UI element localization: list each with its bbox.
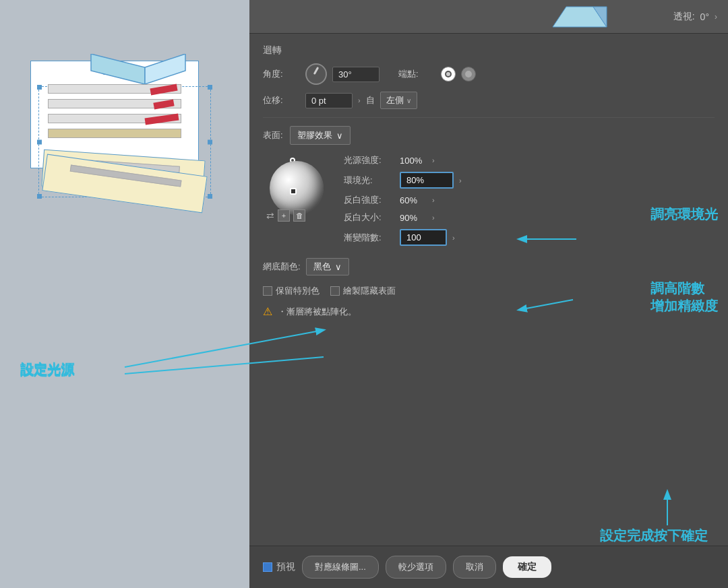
- warning-row: ⚠ ・漸層將被點陣化。: [263, 305, 715, 318]
- angle-input[interactable]: [332, 67, 380, 82]
- warning-icon: ⚠: [263, 305, 272, 318]
- surface-chevron-icon: ∨: [336, 131, 343, 141]
- ball-container: ⇄ + 🗑: [263, 154, 330, 222]
- card-accent-2: [154, 99, 175, 109]
- align-button[interactable]: 對應線條圖...: [302, 556, 379, 579]
- preview-label: 預視: [276, 561, 295, 573]
- preserve-special-label: 保留特別色: [276, 285, 320, 297]
- endpoint-flat-icon[interactable]: [461, 67, 476, 81]
- rotation-section-label: 迴轉: [263, 44, 715, 57]
- add-light-button[interactable]: +: [278, 209, 290, 222]
- 3d-shape-preview: [539, 3, 620, 30]
- preserve-special-checkbox[interactable]: [263, 286, 272, 296]
- button-bar: 預視 對應線條圖... 較少選項 取消 確定: [249, 546, 728, 588]
- net-color-dropdown[interactable]: 黑色 ∨: [306, 258, 349, 275]
- highlight-size-row: 反白大小: 90% ›: [344, 211, 715, 224]
- svg-point-5: [446, 72, 450, 76]
- card-accent-1: [150, 84, 178, 96]
- light-intensity-chevron-icon[interactable]: ›: [432, 156, 435, 164]
- svg-marker-0: [91, 54, 145, 84]
- highlight-intensity-label: 反白強度:: [344, 194, 394, 206]
- dialog-panel: 透視: 0° › 迴轉 角度: 端點: 位移: › 自: [249, 0, 728, 588]
- dialog-content: 迴轉 角度: 端點: 位移: › 自 左側 ∨: [249, 34, 728, 546]
- confirm-button[interactable]: 確定: [503, 556, 551, 578]
- arrows-icon[interactable]: ⇄: [266, 210, 274, 221]
- rotation-dial[interactable]: [305, 63, 327, 85]
- net-color-label: 網底顏色:: [263, 261, 301, 273]
- handle-ml[interactable]: [37, 139, 42, 144]
- perspective-chevron-icon[interactable]: ›: [715, 12, 717, 22]
- highlight-intensity-value: 60%: [400, 195, 427, 205]
- light-dot-black[interactable]: [290, 188, 297, 195]
- ambient-row: 環境光: ›: [344, 172, 715, 189]
- annotation-light-source: 設定光源: [20, 362, 74, 379]
- ambient-chevron-icon[interactable]: ›: [459, 176, 462, 185]
- handle-mr[interactable]: [208, 139, 212, 144]
- checkbox-row: 保留特別色 繪製隱藏表面: [263, 285, 715, 297]
- surface-value: 塑膠效果: [297, 129, 332, 141]
- card-accent-3: [145, 114, 179, 125]
- endpoint-label: 端點:: [398, 68, 435, 80]
- preview-item: 預視: [263, 561, 295, 573]
- preserve-special-item: 保留特別色: [263, 285, 320, 297]
- from-value: 左側: [386, 94, 404, 106]
- gradient-steps-chevron-icon[interactable]: ›: [452, 234, 455, 242]
- from-dropdown-chevron-icon: ∨: [406, 97, 411, 104]
- net-color-chevron-icon: ∨: [335, 262, 342, 272]
- gradient-steps-input[interactable]: [400, 229, 447, 246]
- params-area: 光源強度: 100% › 環境光: › 反白強度: 60% ›: [344, 154, 715, 251]
- svg-marker-1: [145, 54, 185, 84]
- endpoint-round-icon[interactable]: [441, 67, 456, 81]
- highlight-size-chevron-icon[interactable]: ›: [432, 214, 435, 222]
- surface-label: 表面:: [263, 129, 283, 141]
- light-intensity-value: 100%: [400, 156, 427, 166]
- from-dropdown[interactable]: 左側 ∨: [380, 92, 417, 109]
- illustration-area: 設定光源: [0, 0, 249, 588]
- preview-top: 透視: 0° ›: [249, 0, 728, 34]
- ambient-input[interactable]: [400, 172, 454, 189]
- angle-row: 角度: 端點:: [263, 63, 715, 85]
- light-area: ⇄ + 🗑 光源強度: 100% › 環境光: ›: [263, 154, 715, 251]
- highlight-intensity-row: 反白強度: 60% ›: [344, 194, 715, 206]
- ambient-label: 環境光:: [344, 174, 394, 187]
- light-intensity-row: 光源強度: 100% ›: [344, 154, 715, 166]
- net-color-row: 網底顏色: 黑色 ∨: [263, 258, 715, 275]
- 3d-ball: [270, 161, 324, 215]
- perspective-row: 透視: 0° ›: [673, 11, 717, 23]
- draw-hidden-item: 繪製隱藏表面: [330, 285, 396, 297]
- card-row-4: [48, 129, 181, 138]
- 3d-box-top-icon: [51, 54, 239, 88]
- handle-br[interactable]: [208, 194, 212, 199]
- draw-hidden-checkbox[interactable]: [330, 286, 340, 296]
- card-row-2: [48, 99, 181, 108]
- highlight-size-label: 反白大小:: [344, 211, 394, 224]
- draw-hidden-label: 繪製隱藏表面: [343, 285, 396, 297]
- card-row-3: [48, 114, 181, 123]
- handle-tr[interactable]: [208, 85, 212, 90]
- surface-dropdown[interactable]: 塑膠效果 ∨: [290, 126, 351, 145]
- highlight-size-value: 90%: [400, 213, 427, 223]
- handle-tl[interactable]: [37, 85, 42, 90]
- preview-checkbox[interactable]: [263, 562, 272, 572]
- svg-point-6: [465, 71, 472, 77]
- from-label: 自: [366, 94, 375, 106]
- perspective-label: 透視:: [673, 11, 695, 23]
- delete-light-button[interactable]: 🗑: [293, 209, 305, 222]
- warning-text: ・漸層將被點陣化。: [278, 306, 357, 318]
- angle-label: 角度:: [263, 68, 300, 80]
- card-row-1: [48, 84, 181, 94]
- net-color-value: 黑色: [313, 261, 331, 273]
- light-intensity-label: 光源強度:: [344, 154, 394, 166]
- highlight-intensity-chevron-icon[interactable]: ›: [432, 196, 435, 204]
- offset-label: 位移:: [263, 94, 300, 106]
- gradient-steps-row: 漸變階數: ›: [344, 229, 715, 246]
- icon-row: ⇄ + 🗑: [266, 209, 305, 222]
- cancel-button[interactable]: 取消: [453, 556, 496, 579]
- less-options-button[interactable]: 較少選項: [386, 556, 446, 579]
- handle-bl[interactable]: [37, 194, 42, 199]
- offset-row: 位移: › 自 左側 ∨: [263, 92, 715, 109]
- card-stack: [30, 61, 219, 209]
- offset-input[interactable]: [305, 93, 353, 108]
- offset-chevron-icon[interactable]: ›: [358, 96, 361, 104]
- gradient-steps-label: 漸變階數:: [344, 232, 394, 244]
